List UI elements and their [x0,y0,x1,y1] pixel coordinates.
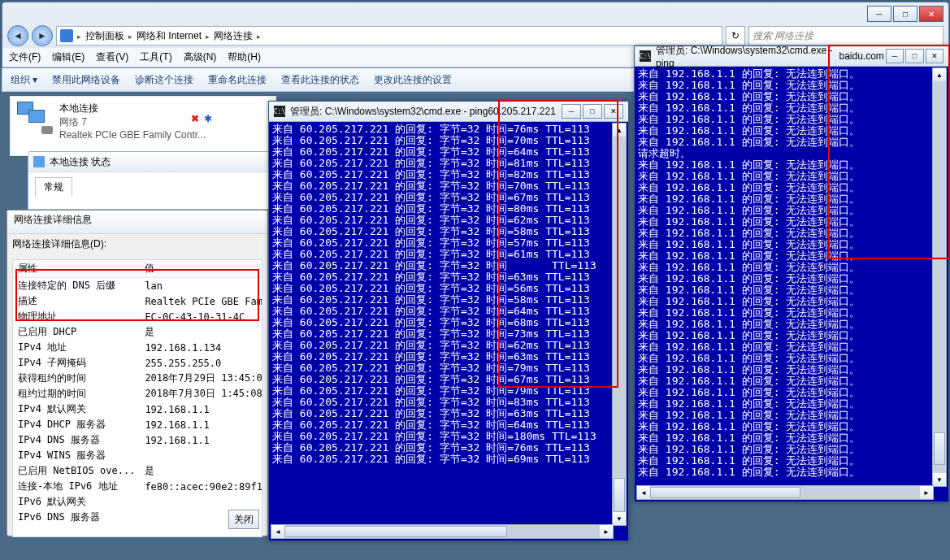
table-row: IPv6 DNS 服务器 [13,510,262,525]
table-row: 连接-本地 IPv6 地址fe80::acec:90e2:89f1:455%14 [13,479,262,494]
crumb-0[interactable]: 控制面板 [85,29,124,43]
toolbtn-0[interactable]: 组织 ▾ [11,73,37,87]
adapter-item[interactable]: 本地连接 网络 7 Realtek PCIe GBE Family Contr.… [10,96,276,156]
back-button[interactable]: ◄ [7,25,28,46]
cmd1-max[interactable]: □ [583,104,602,119]
forward-button[interactable]: ► [32,25,53,46]
table-row: IPv4 WINS 服务器 [13,448,262,463]
refresh-button[interactable]: ↻ [726,26,745,46]
details-close-button[interactable]: 关闭 [228,510,259,529]
cmd-icon: C:\ [640,50,651,62]
table-row: IPv6 默认网关 [13,494,262,510]
close-button[interactable]: ✕ [919,6,943,22]
cmd2-titlebar[interactable]: C:\ 管理员: C:\Windows\system32\cmd.exe - p… [635,46,948,67]
minimize-button[interactable]: ─ [867,6,891,22]
col-value: 值 [140,260,262,278]
table-row: 已启用 DHCP是 [13,324,262,340]
tab-general[interactable]: 常规 [35,177,72,197]
breadcrumb[interactable]: 控制面板 网络和 Internet 网络连接 [56,26,722,46]
details-window: 网络连接详细信息 网络连接详细信息(D): 属性 值 连接特定的 DNS 后缀l… [7,210,268,536]
cmd2-vscroll[interactable]: ▲ ▼ [932,67,947,487]
cmd1-title-arg: 60.205.217.221 [488,106,555,117]
cmd2-title-prefix: 管理员: C:\Windows\system32\cmd.exe - ping [656,44,839,69]
cmd2-max[interactable]: □ [905,49,923,63]
col-property: 属性 [13,260,140,278]
table-row: 连接特定的 DNS 后缀lan [13,278,262,294]
table-row: 物理地址EC-0C-43-10-31-4C [13,309,262,324]
cmd1-vscroll[interactable]: ▲ ▼ [612,123,627,526]
status-title-text: 本地连接 状态 [50,155,111,169]
table-row: 获得租约的时间2018年7月29日 13:45:08 [13,371,262,386]
adapter-desc: Realtek PCIe GBE Family Contr... [17,129,269,141]
menu-2[interactable]: 查看(V) [96,50,128,64]
adapter-title: 本地连接 [17,102,269,115]
cmd2-close[interactable]: ✕ [926,49,943,63]
toolbtn-5[interactable]: 更改此连接的设置 [374,73,452,87]
cmd1-close[interactable]: ✕ [604,104,623,119]
maximize-button[interactable]: □ [893,6,917,22]
table-row: 描述Realtek PCIe GBE Family Cor [13,293,262,309]
details-body: 属性 值 连接特定的 DNS 后缀lan描述Realtek PCIe GBE F… [12,259,262,537]
cmd-window-1: C:\ 管理员: C:\Windows\system32\cmd.exe - p… [268,101,629,541]
bluetooth-icon: ✱ [204,113,212,124]
menu-3[interactable]: 工具(T) [140,50,171,64]
search-placeholder: 搜索 网络连接 [753,29,813,43]
status-window: 本地连接 状态 常规 [28,151,270,210]
dialog-icon [33,156,45,167]
table-row: IPv4 子网掩码255.255.255.0 [13,355,262,371]
cmd1-title-prefix: 管理员: C:\Windows\system32\cmd.exe - ping [290,105,488,119]
details-title: 网络连接详细信息 [7,211,267,234]
toolbtn-3[interactable]: 重命名此连接 [208,73,267,87]
table-row: IPv4 默认网关192.168.1.1 [13,402,262,417]
cmd1-hscroll[interactable]: ◄► [271,524,614,539]
status-window-title: 本地连接 状态 [28,152,269,172]
menu-4[interactable]: 高级(N) [184,50,217,64]
cmd1-output: 来自 60.205.217.221 的回复: 字节=32 时间=76ms TTL… [269,122,628,467]
crumb-2[interactable]: 网络连接 [214,29,253,43]
error-icon: ✖ [191,113,199,124]
menu-5[interactable]: 帮助(H) [228,50,261,64]
toolbtn-1[interactable]: 禁用此网络设备 [52,73,120,87]
adapter-icon [17,102,53,134]
menu-0[interactable]: 文件(F) [9,50,41,64]
cmd2-output: 来自 192.168.1.1 的回复: 无法连到端口。 来自 192.168.1… [635,67,948,480]
table-row: IPv4 地址192.168.1.134 [13,340,262,355]
table-row: 已启用 NetBIOS ove...是 [13,463,262,479]
cmd1-titlebar[interactable]: C:\ 管理员: C:\Windows\system32\cmd.exe - p… [269,102,628,122]
cmd2-hscroll[interactable]: ◄► [636,485,934,500]
cmd2-min[interactable]: ─ [886,49,904,63]
location-icon [60,29,73,42]
cmd1-min[interactable]: ─ [562,104,581,119]
cmd2-title-arg: baidu.com [839,50,883,62]
crumb-1[interactable]: 网络和 Internet [137,29,202,43]
details-caption: 网络连接详细信息(D): [7,234,267,254]
window-controls: ─ □ ✕ [865,6,943,22]
details-table: 属性 值 连接特定的 DNS 后缀lan描述Realtek PCIe GBE F… [13,260,262,525]
adapter-net: 网络 7 [17,115,269,129]
cmd-window-2: C:\ 管理员: C:\Windows\system32\cmd.exe - p… [634,46,949,502]
toolbtn-2[interactable]: 诊断这个连接 [135,73,193,87]
table-row: IPv4 DHCP 服务器192.168.1.1 [13,417,262,432]
cmd-icon: C:\ [274,106,285,117]
table-row: 租约过期的时间2018年7月30日 1:45:08 [13,386,262,402]
toolbtn-4[interactable]: 查看此连接的状态 [281,73,359,87]
search-input[interactable]: 搜索 网络连接 [748,26,943,46]
table-row: IPv4 DNS 服务器192.168.1.1 [13,432,262,448]
menu-1[interactable]: 编辑(E) [52,50,85,64]
